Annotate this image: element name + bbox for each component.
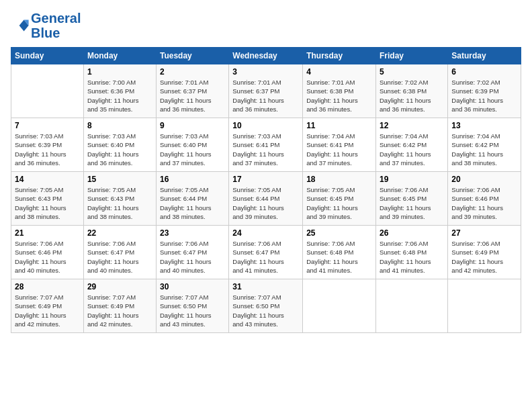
calendar-cell: 1Sunrise: 7:00 AM Sunset: 6:36 PM Daylig… xyxy=(83,64,156,118)
day-number: 28 xyxy=(15,282,80,291)
day-detail: Sunrise: 7:05 AM Sunset: 6:43 PM Dayligh… xyxy=(87,185,152,221)
day-detail: Sunrise: 7:07 AM Sunset: 6:49 PM Dayligh… xyxy=(15,293,80,328)
calendar-cell: 10Sunrise: 7:03 AM Sunset: 6:41 PM Dayli… xyxy=(229,118,303,172)
day-detail: Sunrise: 7:02 AM Sunset: 6:39 PM Dayligh… xyxy=(451,78,517,113)
calendar-cell: 25Sunrise: 7:06 AM Sunset: 6:48 PM Dayli… xyxy=(303,226,376,279)
calendar-cell: 19Sunrise: 7:06 AM Sunset: 6:45 PM Dayli… xyxy=(376,172,448,226)
day-number: 31 xyxy=(232,282,299,291)
header-row: SundayMondayTuesdayWednesdayThursdayFrid… xyxy=(11,48,521,64)
day-number: 26 xyxy=(380,228,444,238)
col-header-friday: Friday xyxy=(376,48,448,64)
day-detail: Sunrise: 7:06 AM Sunset: 6:46 PM Dayligh… xyxy=(15,239,80,275)
week-row-1: 1Sunrise: 7:00 AM Sunset: 6:36 PM Daylig… xyxy=(11,64,521,118)
col-header-wednesday: Wednesday xyxy=(229,48,303,64)
calendar-cell: 28Sunrise: 7:07 AM Sunset: 6:49 PM Dayli… xyxy=(11,279,84,333)
day-number: 24 xyxy=(232,228,299,238)
day-detail: Sunrise: 7:05 AM Sunset: 6:45 PM Dayligh… xyxy=(306,185,372,221)
calendar-cell: 27Sunrise: 7:06 AM Sunset: 6:49 PM Dayli… xyxy=(448,226,521,279)
day-number: 5 xyxy=(380,67,444,77)
day-detail: Sunrise: 7:01 AM Sunset: 6:37 PM Dayligh… xyxy=(160,78,225,113)
day-number: 2 xyxy=(160,67,225,77)
col-header-thursday: Thursday xyxy=(303,48,376,64)
calendar-cell: 26Sunrise: 7:06 AM Sunset: 6:48 PM Dayli… xyxy=(376,226,448,279)
day-detail: Sunrise: 7:07 AM Sunset: 6:49 PM Dayligh… xyxy=(87,293,152,328)
day-detail: Sunrise: 7:06 AM Sunset: 6:49 PM Dayligh… xyxy=(451,239,517,275)
day-number: 1 xyxy=(87,67,152,77)
calendar-cell: 18Sunrise: 7:05 AM Sunset: 6:45 PM Dayli… xyxy=(303,172,376,226)
day-number: 11 xyxy=(306,121,372,130)
day-detail: Sunrise: 7:06 AM Sunset: 6:48 PM Dayligh… xyxy=(306,239,372,275)
day-detail: Sunrise: 7:06 AM Sunset: 6:45 PM Dayligh… xyxy=(380,185,444,221)
day-number: 29 xyxy=(87,282,152,291)
calendar-cell: 8Sunrise: 7:03 AM Sunset: 6:40 PM Daylig… xyxy=(83,118,156,172)
calendar-cell: 30Sunrise: 7:07 AM Sunset: 6:50 PM Dayli… xyxy=(156,279,228,333)
day-number: 18 xyxy=(306,175,372,184)
day-number: 9 xyxy=(160,121,225,130)
day-number: 7 xyxy=(15,121,80,130)
day-number: 27 xyxy=(451,228,517,238)
day-number: 19 xyxy=(380,175,444,184)
day-number: 10 xyxy=(232,121,299,130)
calendar-cell: 6Sunrise: 7:02 AM Sunset: 6:39 PM Daylig… xyxy=(448,64,521,118)
header: General Blue xyxy=(11,11,521,40)
day-detail: Sunrise: 7:03 AM Sunset: 6:39 PM Dayligh… xyxy=(15,132,80,167)
calendar-cell: 5Sunrise: 7:02 AM Sunset: 6:38 PM Daylig… xyxy=(376,64,448,118)
day-number: 23 xyxy=(160,228,225,238)
calendar-cell: 24Sunrise: 7:06 AM Sunset: 6:47 PM Dayli… xyxy=(229,226,303,279)
day-detail: Sunrise: 7:07 AM Sunset: 6:50 PM Dayligh… xyxy=(232,293,299,328)
day-detail: Sunrise: 7:02 AM Sunset: 6:38 PM Dayligh… xyxy=(380,78,444,113)
calendar-cell: 3Sunrise: 7:01 AM Sunset: 6:37 PM Daylig… xyxy=(229,64,303,118)
week-row-4: 21Sunrise: 7:06 AM Sunset: 6:46 PM Dayli… xyxy=(11,226,521,279)
day-number: 22 xyxy=(87,228,152,238)
day-detail: Sunrise: 7:05 AM Sunset: 6:44 PM Dayligh… xyxy=(160,185,225,221)
day-detail: Sunrise: 7:03 AM Sunset: 6:40 PM Dayligh… xyxy=(87,132,152,167)
col-header-sunday: Sunday xyxy=(11,48,84,64)
calendar-cell: 13Sunrise: 7:04 AM Sunset: 6:42 PM Dayli… xyxy=(448,118,521,172)
day-number: 16 xyxy=(160,175,225,184)
day-detail: Sunrise: 7:01 AM Sunset: 6:38 PM Dayligh… xyxy=(306,78,372,113)
day-number: 6 xyxy=(451,67,517,77)
col-header-tuesday: Tuesday xyxy=(156,48,228,64)
calendar-cell: 14Sunrise: 7:05 AM Sunset: 6:43 PM Dayli… xyxy=(11,172,84,226)
day-detail: Sunrise: 7:05 AM Sunset: 6:44 PM Dayligh… xyxy=(232,185,299,221)
day-number: 20 xyxy=(451,175,517,184)
day-number: 4 xyxy=(306,67,372,77)
day-detail: Sunrise: 7:06 AM Sunset: 6:46 PM Dayligh… xyxy=(451,185,517,221)
day-detail: Sunrise: 7:07 AM Sunset: 6:50 PM Dayligh… xyxy=(160,293,225,328)
calendar-cell: 31Sunrise: 7:07 AM Sunset: 6:50 PM Dayli… xyxy=(229,279,303,333)
day-number: 15 xyxy=(87,175,152,184)
calendar-cell: 20Sunrise: 7:06 AM Sunset: 6:46 PM Dayli… xyxy=(448,172,521,226)
day-detail: Sunrise: 7:04 AM Sunset: 6:42 PM Dayligh… xyxy=(380,132,444,167)
day-detail: Sunrise: 7:06 AM Sunset: 6:47 PM Dayligh… xyxy=(160,239,225,275)
calendar-cell: 17Sunrise: 7:05 AM Sunset: 6:44 PM Dayli… xyxy=(229,172,303,226)
day-number: 12 xyxy=(380,121,444,130)
col-header-saturday: Saturday xyxy=(448,48,521,64)
calendar-cell xyxy=(303,279,376,333)
logo-general: General Blue xyxy=(31,11,81,40)
calendar-cell xyxy=(376,279,448,333)
logo: General Blue xyxy=(11,11,81,40)
day-number: 25 xyxy=(306,228,372,238)
page: General Blue SundayMondayTuesdayWednesda… xyxy=(0,0,532,340)
calendar-cell: 11Sunrise: 7:04 AM Sunset: 6:41 PM Dayli… xyxy=(303,118,376,172)
day-number: 8 xyxy=(87,121,152,130)
day-detail: Sunrise: 7:06 AM Sunset: 6:47 PM Dayligh… xyxy=(87,239,152,275)
calendar-cell xyxy=(448,279,521,333)
day-detail: Sunrise: 7:03 AM Sunset: 6:40 PM Dayligh… xyxy=(160,132,225,167)
calendar-cell: 29Sunrise: 7:07 AM Sunset: 6:49 PM Dayli… xyxy=(83,279,156,333)
calendar-cell: 12Sunrise: 7:04 AM Sunset: 6:42 PM Dayli… xyxy=(376,118,448,172)
calendar-cell: 23Sunrise: 7:06 AM Sunset: 6:47 PM Dayli… xyxy=(156,226,228,279)
day-detail: Sunrise: 7:03 AM Sunset: 6:41 PM Dayligh… xyxy=(232,132,299,167)
day-number: 13 xyxy=(451,121,517,130)
day-detail: Sunrise: 7:01 AM Sunset: 6:37 PM Dayligh… xyxy=(232,78,299,113)
calendar-cell xyxy=(11,64,84,118)
day-detail: Sunrise: 7:04 AM Sunset: 6:42 PM Dayligh… xyxy=(451,132,517,167)
calendar-cell: 22Sunrise: 7:06 AM Sunset: 6:47 PM Dayli… xyxy=(83,226,156,279)
calendar-cell: 4Sunrise: 7:01 AM Sunset: 6:38 PM Daylig… xyxy=(303,64,376,118)
day-detail: Sunrise: 7:05 AM Sunset: 6:43 PM Dayligh… xyxy=(15,185,80,221)
day-number: 17 xyxy=(232,175,299,184)
day-detail: Sunrise: 7:06 AM Sunset: 6:47 PM Dayligh… xyxy=(232,239,299,275)
calendar-cell: 15Sunrise: 7:05 AM Sunset: 6:43 PM Dayli… xyxy=(83,172,156,226)
week-row-2: 7Sunrise: 7:03 AM Sunset: 6:39 PM Daylig… xyxy=(11,118,521,172)
col-header-monday: Monday xyxy=(83,48,156,64)
